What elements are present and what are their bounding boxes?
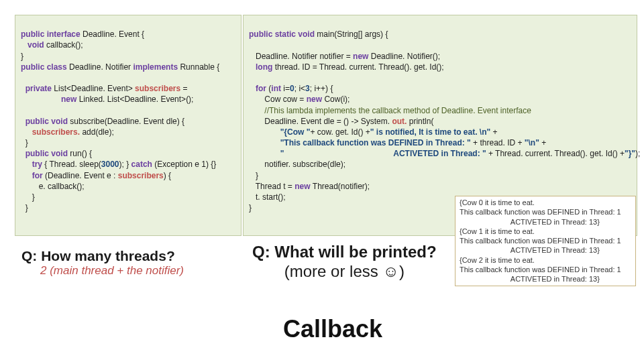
code-comment: //This lambda implements the callback me…: [249, 106, 531, 115]
q2-line1: Q: What will be printed?: [252, 243, 437, 261]
code-text: public class: [21, 62, 69, 72]
code-text: Thread t =: [249, 182, 294, 191]
code-text: println(: [409, 117, 434, 126]
code-text: "{Cow ": [249, 127, 310, 137]
code-text: catch: [131, 160, 155, 169]
code-text: }: [249, 203, 252, 213]
code-text: 3000: [101, 160, 119, 169]
code-text: (Deadline. Event e :: [45, 171, 118, 180]
code-text: e. callback();: [21, 182, 85, 191]
code-text: new: [353, 52, 371, 61]
code-text: for: [21, 171, 45, 180]
code-text: thread. ID = Thread. current. Thread(). …: [275, 62, 444, 72]
code-text: { Thread. sleep(: [44, 160, 101, 169]
code-text: }: [21, 192, 35, 202]
code-text: subscribers: [135, 84, 182, 93]
code-text: void: [21, 40, 46, 50]
code-text: try: [21, 160, 44, 169]
code-text: Runnable: [180, 62, 217, 72]
code-text: Linked. List<Deadline. Event>();: [79, 95, 194, 104]
code-text: " is notified, It is time to eat. \n": [370, 127, 493, 137]
question-printed: Q: What will be printed? (more or less ☺…: [252, 243, 437, 282]
code-text: Deadline. Event {: [83, 29, 144, 39]
code-text: notifier. subscribe(dle);: [249, 160, 345, 169]
q1-text: Q: How many threads?: [21, 248, 175, 263]
answer-threads: 2 (main thread + the notifier): [21, 264, 184, 278]
question-threads: Q: How many threads? 2 (main thread + th…: [21, 248, 184, 278]
code-text: long: [249, 62, 275, 72]
code-text: + Thread. current. Thread(). get. Id() +: [488, 149, 625, 158]
code-text: public void: [21, 149, 70, 158]
code-text: public static void: [249, 29, 317, 39]
code-text: 0: [290, 84, 294, 93]
output-box: {Cow 0 it is time to eat. This callback …: [455, 196, 636, 286]
code-text: ; i++) {: [310, 84, 333, 93]
code-text: }: [21, 203, 28, 213]
code-text: ); }: [119, 160, 131, 169]
code-text: +: [493, 127, 498, 137]
code-text: {: [217, 62, 219, 72]
code-text: Thread(notifier);: [313, 182, 370, 191]
code-text: [21, 73, 23, 82]
code-text: public interface: [21, 29, 83, 39]
code-text: main(String[] args) {: [317, 29, 388, 39]
code-text: subscribers: [118, 171, 164, 180]
code-text: Cow(i);: [324, 95, 350, 104]
code-text: List<Deadline. Event>: [54, 84, 135, 93]
code-text: ) {: [164, 171, 171, 180]
code-text: i=: [283, 84, 290, 93]
code-text: ACTIVETED in Thread: ": [335, 149, 488, 158]
code-text: ": [249, 149, 335, 158]
code-text: + cow. get. Id() +: [310, 127, 370, 137]
code-text: for: [249, 84, 268, 93]
code-text: +: [541, 138, 546, 147]
code-text: new: [294, 182, 313, 191]
code-text: subscribers.: [21, 127, 82, 137]
code-text: new: [307, 95, 325, 104]
code-text: "This callback function was DEFINED in T…: [249, 138, 473, 147]
code-text: }: [249, 171, 258, 180]
code-text: }: [21, 52, 23, 61]
code-text: Deadline. Notifier notifier =: [249, 52, 353, 61]
code-text: implements: [133, 62, 180, 72]
code-text: add(dle);: [82, 127, 113, 137]
slide-title: Callback: [283, 315, 382, 343]
code-text: 3: [305, 84, 310, 93]
code-text: new: [21, 95, 79, 104]
left-code-box: public interface Deadline. Event { void …: [15, 15, 241, 236]
code-text: [249, 40, 251, 50]
code-text: t. start();: [249, 192, 286, 202]
code-text: public void: [21, 117, 70, 126]
code-text: ; i<: [294, 84, 305, 93]
code-text: );: [635, 149, 640, 158]
code-text: int: [271, 84, 283, 93]
code-text: "\n": [525, 138, 541, 147]
code-text: callback();: [46, 40, 83, 50]
code-text: Deadline. Notifier: [69, 62, 133, 72]
code-text: [249, 73, 251, 82]
code-text: out.: [392, 117, 409, 126]
code-text: =: [182, 84, 187, 93]
code-text: + thread. ID +: [473, 138, 525, 147]
code-text: [21, 106, 23, 115]
code-text: Cow cow =: [249, 95, 307, 104]
code-text: Deadline. Event dle = () -> System.: [249, 117, 392, 126]
code-text: (Exception e 1) {}: [154, 160, 216, 169]
code-text: run() {: [70, 149, 92, 158]
q2-line2: (more or less ☺): [284, 262, 405, 280]
code-text: subscribe(Deadline. Event dle) {: [70, 117, 184, 126]
code-text: private: [21, 84, 54, 93]
code-text: "}": [625, 149, 635, 158]
code-text: Deadline. Notifier();: [371, 52, 440, 61]
code-text: }: [21, 138, 28, 147]
